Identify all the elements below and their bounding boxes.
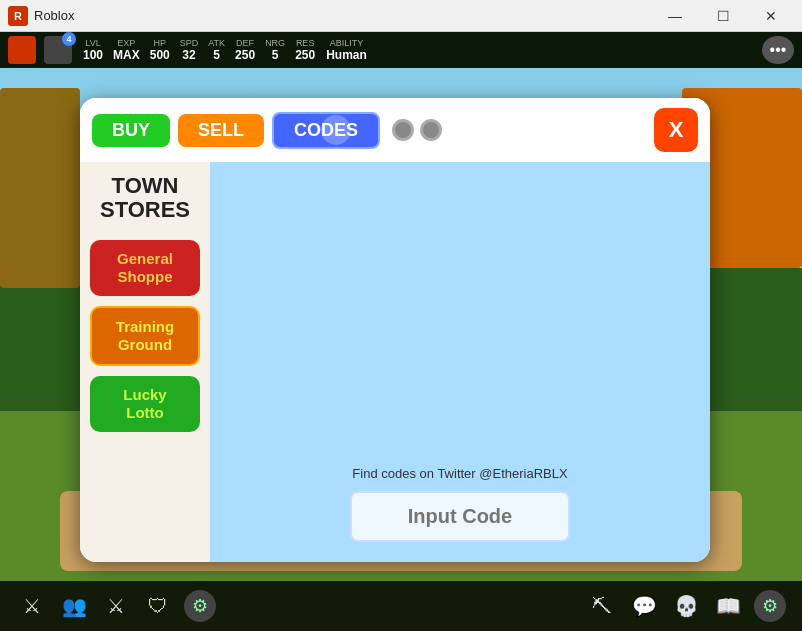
- notification-badge: 4: [62, 32, 76, 46]
- game-area: General BUY SELL CODES X TOWN STORES: [0, 68, 802, 631]
- shop-sidebar: TOWN STORES GeneralShoppe TrainingGround…: [80, 162, 210, 562]
- input-code-field[interactable]: [350, 491, 570, 542]
- settings-icon-right[interactable]: ⚙: [754, 590, 786, 622]
- stat-res: RES 250: [295, 38, 315, 62]
- pickaxe-icon[interactable]: ⛏: [586, 590, 618, 622]
- shield-icon[interactable]: 🛡: [142, 590, 174, 622]
- coin-display: [392, 119, 442, 141]
- close-shop-button[interactable]: X: [654, 108, 698, 152]
- sword-icon[interactable]: ⚔: [16, 590, 48, 622]
- coin-icon: [392, 119, 414, 141]
- codes-main-panel: Find codes on Twitter @EtheriaRBLX: [210, 162, 710, 562]
- shop-panel: BUY SELL CODES X TOWN STORES GeneralShop…: [80, 98, 710, 562]
- sidebar-item-lucky-lotto[interactable]: LuckyLotto: [90, 376, 200, 432]
- shop-content: TOWN STORES GeneralShoppe TrainingGround…: [80, 162, 710, 562]
- book-icon[interactable]: 📖: [712, 590, 744, 622]
- notification-bell[interactable]: 4: [44, 36, 72, 64]
- close-button[interactable]: ✕: [748, 0, 794, 32]
- bottom-icons-left: ⚔ 👥 ⚔ 🛡 ⚙: [16, 590, 216, 622]
- chat-icon[interactable]: 💬: [628, 590, 660, 622]
- building-left: [0, 88, 80, 288]
- stat-def: DEF 250: [235, 38, 255, 62]
- settings-icon-left[interactable]: ⚙: [184, 590, 216, 622]
- buy-button[interactable]: BUY: [92, 114, 170, 147]
- stat-hp: HP 500: [150, 38, 170, 62]
- avatar: [8, 36, 36, 64]
- titlebar: R Roblox — ☐ ✕: [0, 0, 802, 32]
- stat-nrg: NRG 5: [265, 38, 285, 62]
- sidebar-title: TOWN STORES: [100, 174, 190, 222]
- hud-menu-button[interactable]: •••: [762, 36, 794, 64]
- stat-spd: SPD 32: [180, 38, 199, 62]
- bottom-bar: ⚔ 👥 ⚔ 🛡 ⚙ ⛏ 💬 💀 📖 ⚙: [0, 581, 802, 631]
- app-icon: R: [8, 6, 28, 26]
- stat-lvl: LVL 100: [83, 38, 103, 62]
- skull-icon[interactable]: 💀: [670, 590, 702, 622]
- stat-ability: ABILITY Human: [326, 38, 367, 62]
- sidebar-item-general-shoppe[interactable]: GeneralShoppe: [90, 240, 200, 296]
- coin-icon-2: [420, 119, 442, 141]
- maximize-button[interactable]: ☐: [700, 0, 746, 32]
- titlebar-title: Roblox: [34, 8, 652, 23]
- stat-atk: ATK 5: [208, 38, 225, 62]
- stat-exp: EXP MAX: [113, 38, 140, 62]
- sidebar-item-training-ground[interactable]: TrainingGround: [90, 306, 200, 366]
- window-controls: — ☐ ✕: [652, 0, 794, 32]
- minimize-button[interactable]: —: [652, 0, 698, 32]
- codes-button[interactable]: CODES: [272, 112, 380, 149]
- sell-button[interactable]: SELL: [178, 114, 264, 147]
- codes-hint: Find codes on Twitter @EtheriaRBLX: [352, 466, 567, 481]
- skills-icon[interactable]: ⚔: [100, 590, 132, 622]
- bottom-icons-right: ⛏ 💬 💀 📖 ⚙: [586, 590, 786, 622]
- hud-bar: 4 LVL 100 EXP MAX HP 500 SPD 32 ATK 5 DE…: [0, 32, 802, 68]
- party-icon[interactable]: 👥: [58, 590, 90, 622]
- shop-toolbar: BUY SELL CODES X: [80, 98, 710, 162]
